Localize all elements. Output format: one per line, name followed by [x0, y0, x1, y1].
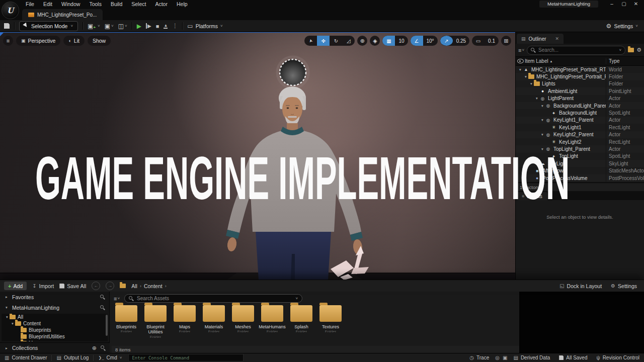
forward-button[interactable]: → [106, 282, 114, 290]
asset-folder-meshes[interactable]: MeshesFolder [230, 305, 256, 338]
level-tab[interactable]: MHC_LightingPreset_Po... [22, 9, 103, 20]
expander-icon[interactable]: ▾ [518, 67, 523, 72]
outliner-filter-button[interactable]: ≡ ˅ [518, 47, 524, 53]
expander-icon[interactable]: ▾ [10, 321, 15, 326]
expander-icon[interactable]: ▾ [523, 74, 528, 79]
asset-folder-maps[interactable]: MapsFolder [172, 305, 197, 338]
surface-snapping-button[interactable]: ◈ [370, 36, 380, 46]
content-drawer-button[interactable]: ▥ Content Drawer [0, 353, 51, 362]
settings-dropdown[interactable]: ⚙ Settings ˅ [606, 23, 640, 30]
minimize-button[interactable]: – [606, 0, 618, 8]
type-column[interactable]: Type [606, 58, 644, 64]
close-icon[interactable]: ✕ [555, 36, 559, 41]
cmd-dropdown[interactable]: ❯_ Cmd ˅ [94, 353, 126, 362]
select-tool-button[interactable]: ➤ [304, 36, 317, 46]
sidebar-scrollbar[interactable] [106, 315, 108, 336]
perspective-dropdown[interactable]: ▣ Perspective [16, 36, 60, 46]
frame-skip-button[interactable]: ▶ [146, 23, 151, 29]
sidebar-tree-item[interactable]: ▾All [2, 314, 108, 320]
search-icon[interactable] [101, 345, 106, 350]
expander-icon[interactable]: ▾ [540, 104, 545, 108]
viewport-options-button[interactable]: ≡ [3, 36, 13, 46]
asset-folder-splash[interactable]: SplashFolder [289, 305, 314, 338]
grid-snap-toggle[interactable]: ▦ [382, 36, 395, 46]
outliner-row[interactable]: ✦BackgroundLightSpotLight [516, 109, 644, 116]
menu-select[interactable]: Select [127, 0, 150, 8]
scale-snap-value[interactable]: 0.25 [453, 38, 469, 44]
menu-window[interactable]: Window [57, 0, 85, 8]
asset-folder-textures[interactable]: TexturesFolder [318, 305, 343, 338]
eject-button[interactable]: ▲ [164, 24, 168, 29]
outliner-row[interactable]: ▾◎KeyLight1_ParentActor [516, 117, 644, 124]
expander-icon[interactable]: ▾ [534, 96, 539, 101]
project-section[interactable]: ▾ MetaHumanLighting [0, 302, 109, 313]
menu-actor[interactable]: Actor [150, 0, 172, 8]
search-icon[interactable] [100, 305, 105, 310]
scale-tool-button[interactable]: ◿ [342, 36, 355, 46]
restore-button[interactable]: ▢ [618, 0, 630, 8]
tab-outliner[interactable]: ▤ Outliner ✕ [517, 34, 564, 44]
menu-help[interactable]: Help [172, 0, 192, 8]
cinematics-button[interactable]: ◫ ˅ [118, 23, 127, 30]
trace-button[interactable]: ◷ Trace [465, 355, 494, 360]
outliner-row[interactable]: ✳KeyLight1RectLight [516, 124, 644, 131]
asset-folder-metahumans[interactable]: MetaHumansFolder [260, 305, 285, 338]
menu-build[interactable]: Build [106, 0, 127, 8]
add-button[interactable]: + Add [4, 282, 27, 290]
breadcrumb-all[interactable]: All [131, 283, 137, 289]
outliner-row[interactable]: ▾◎KeyLight2_ParentActor [516, 131, 644, 138]
scale-snap-toggle[interactable]: ↗ [440, 36, 453, 46]
revision-control-button[interactable]: ψ Revision Control [592, 355, 644, 360]
outliner-row[interactable]: ▾▲MHC_LightingPreset_Portrait_RT (Editor… [516, 66, 644, 73]
outliner-row[interactable]: ●AmbientLightPointLight [516, 87, 644, 95]
selection-mode-dropdown[interactable]: Selection Mode ˅ [19, 21, 78, 31]
unreal-logo[interactable]: U [2, 2, 19, 19]
expander-icon[interactable]: ▾ [529, 81, 534, 86]
search-icon[interactable] [100, 295, 105, 300]
expander-icon[interactable]: ▾ [540, 118, 545, 122]
asset-folder-materials[interactable]: MaterialsFolder [201, 305, 226, 338]
show-dropdown[interactable]: Show [88, 36, 111, 46]
derived-data-button[interactable]: ▤ Derived Data [509, 355, 554, 360]
visibility-column[interactable] [516, 59, 525, 63]
blueprints-button[interactable]: ▣ ˅ [105, 23, 114, 30]
snapshot-button[interactable]: ▣ [501, 355, 509, 360]
dock-in-layout-button[interactable]: ◱ Dock in Layout [559, 283, 602, 289]
collections-section[interactable]: ▸ Collections ⊕ [0, 342, 110, 353]
play-button[interactable]: ▶ [137, 23, 141, 30]
add-actor-button[interactable]: ▣ + ˅ [88, 23, 100, 30]
asset-folder-blueprint-utilities[interactable]: Blueprint UtilitiesFolder [143, 305, 168, 338]
output-log-button[interactable]: ▤ Output Log [52, 353, 93, 362]
create-folder-icon[interactable] [628, 48, 634, 52]
maximize-viewport-button[interactable]: ⊞ [501, 36, 511, 46]
item-label-column[interactable]: Item Label ▴ [525, 58, 606, 64]
grid-snap-value[interactable]: 10 [395, 38, 408, 44]
rotation-snap-toggle[interactable]: ∠ [411, 36, 423, 46]
close-button[interactable]: ✕ [630, 0, 642, 8]
sidebar-tree-item[interactable]: Blueprints [2, 327, 108, 333]
outliner-row[interactable]: ▾MHC_LightingPreset_Portrait_RTFolder [516, 73, 644, 80]
asset-filter-button[interactable]: ≡ ˅ [114, 296, 120, 302]
world-local-toggle[interactable]: ⊕ [357, 36, 367, 46]
asset-search-input[interactable]: Search Assets ˅ [124, 294, 302, 303]
back-button[interactable]: ← [92, 282, 100, 290]
menu-file[interactable]: File [21, 0, 39, 8]
add-collection-icon[interactable]: ⊕ [92, 345, 97, 351]
save-all-button[interactable]: Save All [59, 283, 86, 289]
content-browser-settings-button[interactable]: ⚙ Settings [611, 283, 637, 289]
favorites-section[interactable]: ▸ Favorites [0, 292, 109, 302]
save-icon[interactable] [4, 23, 10, 29]
move-tool-button[interactable]: ✜ [317, 36, 330, 46]
play-options-button[interactable]: ⋮ [172, 23, 178, 29]
rotate-tool-button[interactable]: ↻ [330, 36, 342, 46]
outliner-search-input[interactable]: Search... ˅ [527, 46, 625, 55]
stop-button[interactable]: ■ [156, 23, 159, 29]
view-mode-dropdown[interactable]: ◐ Lit [63, 36, 85, 46]
sidebar-tree-item[interactable]: Maps [2, 340, 108, 341]
sidebar-tree-item[interactable]: BlueprintUtilities [2, 333, 108, 340]
expander-icon[interactable]: ▾ [540, 132, 545, 137]
outliner-row[interactable]: ▾◎BackgroundLight_ParentActor [516, 102, 644, 109]
import-button[interactable]: ↧ Import [32, 283, 54, 289]
expander-icon[interactable]: ▾ [5, 315, 10, 319]
breadcrumb-content[interactable]: Content [144, 283, 163, 289]
